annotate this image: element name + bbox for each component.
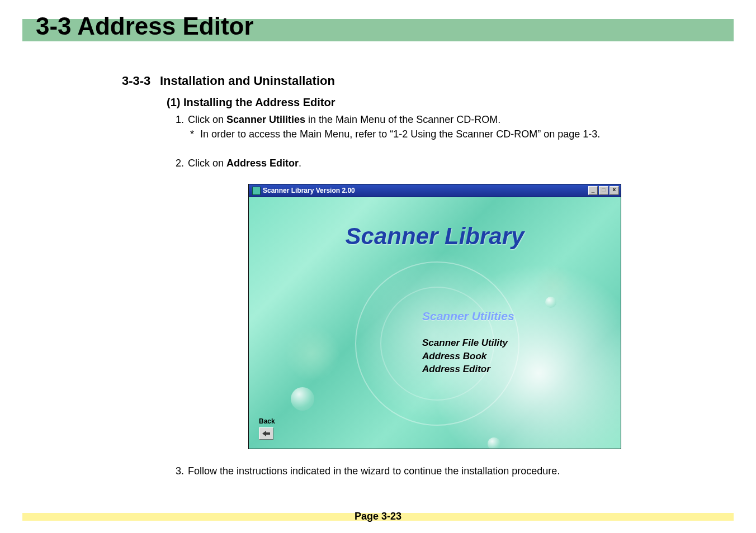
step-2: 2. Click on Address Editor. Scanner Libr…	[176, 156, 711, 449]
footer-bar: Page 3-23	[22, 513, 734, 521]
menu-item-scanner-file-utility[interactable]: Scanner File Utility	[422, 336, 514, 350]
close-button[interactable]: ×	[609, 186, 619, 195]
subsection-heading: 3-3-3Installation and Uninstallation	[122, 74, 711, 88]
decorative-bubble	[291, 387, 314, 411]
menu-item-address-editor[interactable]: Address Editor	[422, 363, 514, 376]
app-icon	[252, 187, 261, 195]
step-text: Follow the instructions indicated in the…	[188, 464, 560, 478]
text-fragment: Click on	[188, 114, 226, 125]
subsection-title: Installation and Uninstallation	[160, 74, 335, 88]
step-number: 1.	[176, 112, 188, 127]
bold-term: Address Editor	[226, 158, 299, 169]
step-text: Click on Scanner Utilities in the Main M…	[188, 112, 500, 127]
sub-subsection-title: (1) Installing the Address Editor	[167, 96, 711, 109]
note-text: In order to access the Main Menu, refer …	[197, 129, 600, 140]
back-label: Back	[259, 417, 275, 426]
bold-term: Scanner Utilities	[226, 114, 305, 125]
menu-heading[interactable]: Scanner Utilities	[422, 308, 514, 325]
section-title: 3-3 Address Editor	[36, 12, 254, 40]
step-1: 1. Click on Scanner Utilities in the Mai…	[176, 112, 711, 141]
minimize-button[interactable]: _	[588, 186, 598, 195]
step-3: 3. Follow the instructions indicated in …	[176, 464, 711, 478]
page-number: Page 3-23	[22, 511, 734, 522]
window-controls: _ □ ×	[588, 186, 619, 195]
content-area: 3-3-3Installation and Uninstallation (1)…	[122, 74, 711, 478]
utilities-menu: Scanner Utilities Scanner File Utility A…	[422, 308, 514, 376]
text-fragment: .	[299, 158, 301, 169]
step-number: 3.	[176, 464, 188, 478]
instruction-list: 1. Click on Scanner Utilities in the Mai…	[176, 112, 711, 478]
decorative-bubble	[545, 297, 556, 308]
back-control: Back	[259, 417, 275, 440]
decorative-bubble	[488, 437, 500, 449]
step-text: Click on Address Editor.	[188, 156, 301, 170]
menu-item-address-book[interactable]: Address Book	[422, 350, 514, 363]
app-title: Scanner Library	[249, 220, 621, 254]
scanner-library-window: Scanner Library Version 2.00 _ □ ×	[248, 184, 621, 449]
asterisk: *	[190, 129, 197, 140]
window-title-bar[interactable]: Scanner Library Version 2.00 _ □ ×	[249, 184, 621, 197]
text-fragment: Click on	[188, 158, 226, 169]
page-footer: Page 3-23	[22, 513, 734, 521]
back-button[interactable]	[259, 427, 273, 440]
maximize-button[interactable]: □	[599, 186, 608, 195]
window-body: Scanner Library Scanner Utilities Scanne…	[249, 197, 621, 449]
subsection-number: 3-3-3	[122, 74, 160, 88]
window-title-text: Scanner Library Version 2.00	[263, 186, 355, 196]
step-note: * In order to access the Main Menu, refe…	[190, 127, 711, 141]
section-header: 3-3 Address Editor	[22, 19, 734, 41]
back-arrow-icon	[262, 431, 270, 436]
svg-marker-0	[262, 431, 270, 436]
text-fragment: in the Main Menu of the Scanner CD-ROM.	[305, 114, 500, 125]
step-number: 2.	[176, 156, 188, 170]
